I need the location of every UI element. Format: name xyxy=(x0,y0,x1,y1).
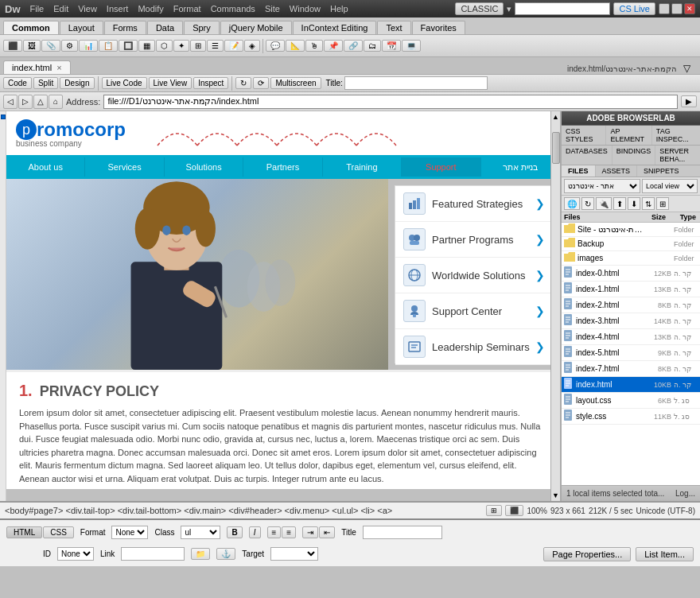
file-tab-close[interactable]: × xyxy=(56,63,61,72)
italic-button[interactable]: I xyxy=(249,526,261,538)
feature-item-1[interactable]: Partner Programs ❯ xyxy=(395,222,553,258)
maximize-button[interactable]: □ xyxy=(671,3,682,14)
toolbar-icon-14[interactable]: ◈ xyxy=(244,40,260,52)
list-item-btn[interactable]: List Item... xyxy=(636,547,694,561)
cslive-button[interactable]: CS Live xyxy=(613,2,655,15)
menu-format[interactable]: Format xyxy=(169,2,206,15)
unordered-list-btn[interactable]: ≡ xyxy=(267,526,282,538)
menu-modify[interactable]: Modify xyxy=(133,2,168,15)
vertical-scrollbar[interactable]: ▲ ▼ xyxy=(550,111,560,501)
toolbar-icon-8[interactable]: ▦ xyxy=(138,40,155,52)
inspect-button[interactable]: Inspect xyxy=(193,77,228,89)
nav-hebrew[interactable]: בניית אתר xyxy=(481,157,560,177)
nav-about[interactable]: About us xyxy=(6,157,85,177)
refresh2-button[interactable]: ⟳ xyxy=(253,77,269,89)
close-button[interactable]: ✕ xyxy=(684,3,695,14)
feature-item-4[interactable]: Leadership Seminars ❯ xyxy=(395,329,553,365)
site-selector[interactable]: אתר - אינטרנט xyxy=(564,179,640,193)
prop-tab-html[interactable]: HTML xyxy=(6,526,42,538)
toolbar-icon-15[interactable]: 💬 xyxy=(266,40,285,52)
tab-assets[interactable]: ASSETS xyxy=(596,165,638,177)
list-item[interactable]: index.html10KBקר .ה xyxy=(562,377,700,393)
tab-spry[interactable]: Spry xyxy=(184,21,220,34)
link-input[interactable] xyxy=(121,547,185,561)
list-item[interactable]: index-7.html8KBקר .ה xyxy=(562,361,700,377)
toolbar-icon-9[interactable]: ⬡ xyxy=(156,40,173,52)
feature-item-0[interactable]: Featured Strategies ❯ xyxy=(395,186,553,222)
ordered-list-btn[interactable]: ≡ xyxy=(282,526,296,538)
toolbar-icon-11[interactable]: ⊞ xyxy=(190,40,206,52)
tab-common[interactable]: Common xyxy=(3,21,59,34)
toolbar-icon-20[interactable]: 🗂 xyxy=(364,40,381,52)
nav-support[interactable]: Support xyxy=(402,157,480,177)
target-select[interactable] xyxy=(270,547,318,561)
code-button[interactable]: Code xyxy=(3,77,32,89)
nav-partners[interactable]: Partners xyxy=(243,157,322,177)
menu-window[interactable]: Window xyxy=(285,2,325,15)
tab-text[interactable]: Text xyxy=(377,21,410,34)
up-button[interactable]: △ xyxy=(33,95,48,109)
menu-insert[interactable]: Insert xyxy=(102,2,134,15)
search-input[interactable] xyxy=(515,2,610,15)
toolbar-icon-16[interactable]: 📐 xyxy=(286,40,305,52)
file-new-btn[interactable]: 🌐 xyxy=(564,197,580,210)
toolbar-icon-21[interactable]: 📆 xyxy=(382,40,401,52)
file-expand-btn[interactable]: ⊞ xyxy=(656,197,669,210)
tab-tag-inspect[interactable]: TAG INSPEC... xyxy=(652,126,700,145)
bold-button[interactable]: B xyxy=(227,526,242,538)
file-sync-btn[interactable]: ⇅ xyxy=(642,197,655,210)
multiscreen-button[interactable]: Multiscreen xyxy=(270,77,321,89)
address-input[interactable] xyxy=(103,95,678,109)
home-button[interactable]: ⌂ xyxy=(49,95,63,109)
list-item[interactable]: style.css11KBסג .ל xyxy=(562,409,700,425)
toolbar-icon-6[interactable]: 📋 xyxy=(99,40,118,52)
nav-solutions[interactable]: Solutions xyxy=(165,157,243,177)
nav-training[interactable]: Training xyxy=(323,157,402,177)
live-view-button[interactable]: Live View xyxy=(149,77,192,89)
file-tab[interactable]: index.html × xyxy=(3,60,71,74)
toolbar-icon-19[interactable]: 🔗 xyxy=(344,40,363,52)
toolbar-icon-3[interactable]: 📎 xyxy=(41,40,60,52)
list-item[interactable]: Site - הקמת-אינטרנט...Folder xyxy=(562,223,700,237)
menu-file[interactable]: File xyxy=(25,2,49,15)
menu-site[interactable]: Site xyxy=(260,2,285,15)
menu-edit[interactable]: Edit xyxy=(49,2,73,15)
title-prop-input[interactable] xyxy=(363,526,442,539)
scroll-down[interactable]: ▼ xyxy=(550,490,561,501)
list-item[interactable]: index-2.html8KBקר .ה xyxy=(562,297,700,313)
toolbar-icon-13[interactable]: 📝 xyxy=(224,40,243,52)
outdent-btn[interactable]: ⇤ xyxy=(319,526,335,538)
toolbar-icon-2[interactable]: 🖼 xyxy=(23,40,41,52)
back-button[interactable]: ◁ xyxy=(3,95,18,109)
tab-forms[interactable]: Forms xyxy=(104,21,146,34)
tab-server-beh[interactable]: SERVER BEHA... xyxy=(655,146,700,165)
classic-mode-badge[interactable]: CLASSIC xyxy=(455,2,504,15)
menu-view[interactable]: View xyxy=(73,2,102,15)
filter-icon[interactable]: ▽ xyxy=(683,63,690,74)
list-item[interactable]: layout.css6KBסג .ל xyxy=(562,393,700,409)
status-btn1[interactable]: ⊞ xyxy=(486,505,502,516)
list-item[interactable]: imagesFolder xyxy=(562,251,700,266)
scroll-up[interactable]: ▲ xyxy=(550,111,561,122)
feature-item-3[interactable]: Support Center ❯ xyxy=(395,293,553,329)
link-anchor-btn[interactable]: ⚓ xyxy=(216,548,235,560)
tab-files[interactable]: FILES xyxy=(562,165,596,177)
file-connect-btn[interactable]: 🔌 xyxy=(596,197,612,210)
tab-jquery[interactable]: jQuery Mobile xyxy=(220,21,292,34)
page-properties-btn[interactable]: Page Properties... xyxy=(543,547,631,561)
list-item[interactable]: index-3.html14KBקר .ה xyxy=(562,313,700,329)
toolbar-icon-7[interactable]: 🔲 xyxy=(119,40,138,52)
prop-tab-css[interactable]: CSS xyxy=(43,526,74,538)
toolbar-icon-5[interactable]: 📊 xyxy=(79,40,98,52)
forward-button[interactable]: ▷ xyxy=(18,95,33,109)
list-item[interactable]: index-0.html12KBקר .ה xyxy=(562,266,700,282)
list-item[interactable]: index-5.html9KBקר .ה xyxy=(562,345,700,361)
minimize-button[interactable]: ─ xyxy=(659,3,670,14)
tab-bindings[interactable]: BINDINGS xyxy=(612,146,656,165)
id-select[interactable]: None xyxy=(57,547,94,561)
feature-item-2[interactable]: Worldwide Solutions ❯ xyxy=(395,258,553,293)
link-browse-btn[interactable]: 📁 xyxy=(191,548,210,560)
file-upload-btn[interactable]: ⬆ xyxy=(613,197,626,210)
tab-favorites[interactable]: Favorites xyxy=(412,21,465,34)
menu-commands[interactable]: Commands xyxy=(206,2,260,15)
